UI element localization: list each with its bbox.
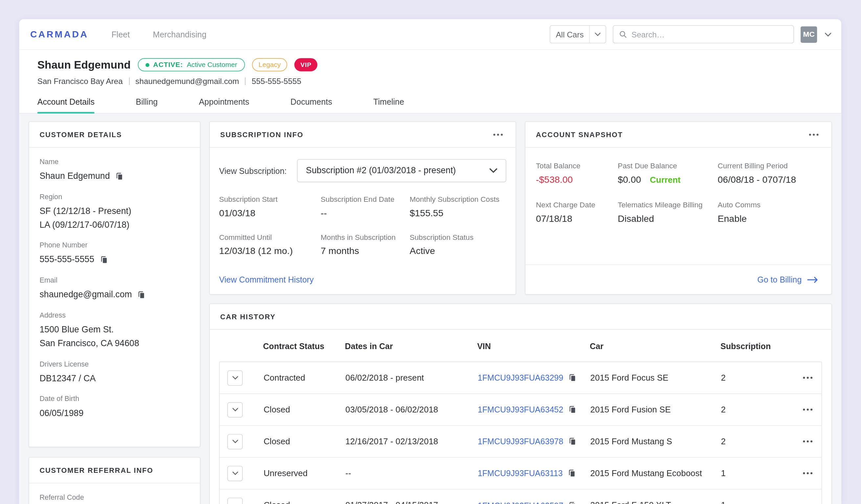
- divider: [129, 78, 129, 85]
- expand-row-chevron-icon[interactable]: [227, 498, 243, 504]
- card-title: CAR HISTORY: [220, 312, 276, 321]
- avatar[interactable]: MC: [801, 26, 817, 42]
- car-filter-dropdown[interactable]: All Cars: [550, 25, 606, 43]
- copy-icon[interactable]: [569, 406, 577, 414]
- card-header: CUSTOMER REFERRAL INFO: [29, 458, 200, 484]
- go-to-billing-link[interactable]: Go to Billing: [757, 275, 802, 284]
- customer-region: San Francisco Bay Area: [38, 77, 123, 86]
- page: CARMADA Fleet Merchandising All Cars: [0, 0, 861, 504]
- copy-icon[interactable]: [569, 501, 577, 504]
- table-row: Unreserved -- 1FMCU9J93FUA63113 2015 For…: [220, 458, 822, 490]
- customer-details-card: CUSTOMER DETAILS Name Shaun Edgemund Reg…: [29, 122, 200, 447]
- nav-item-merchandising[interactable]: Merchandising: [153, 29, 207, 39]
- content-area: CUSTOMER DETAILS Name Shaun Edgemund Reg…: [19, 113, 841, 504]
- card-title: SUBSCRIPTION INFO: [220, 130, 304, 139]
- tab-timeline[interactable]: Timeline: [373, 97, 404, 113]
- field-phone: Phone Number 555-555-5555: [39, 241, 190, 267]
- chevron-down-icon: [489, 168, 497, 173]
- brand-logo: CARMADA: [30, 29, 88, 40]
- vip-badge: VIP: [295, 58, 317, 71]
- divider: [245, 78, 246, 85]
- customer-meta: San Francisco Bay Area shaunedgemund@gma…: [38, 77, 841, 86]
- field-months-in-subscription: Months in Subscription 7 months: [321, 233, 410, 257]
- table-row: Closed 03/05/2018 - 06/02/2018 1FMCU9J93…: [220, 394, 822, 426]
- field-next-charge-date: Next Charge Date 07/18/18: [536, 201, 618, 224]
- field-region: Region SF (12/12/18 - Present) LA (09/12…: [39, 193, 190, 232]
- card-title: CUSTOMER REFERRAL INFO: [39, 466, 153, 475]
- arrow-right-icon: [807, 276, 818, 283]
- more-options-icon[interactable]: [491, 131, 505, 138]
- view-commitment-history-link[interactable]: View Commitment History: [219, 275, 314, 284]
- subscription-select-value: Subscription #2 (01/03/2018 - present): [306, 166, 456, 176]
- car-filter-value: All Cars: [550, 30, 589, 39]
- subscription-info-card: SUBSCRIPTION INFO View Subscription: Sub…: [209, 122, 516, 295]
- copy-icon[interactable]: [568, 469, 576, 477]
- car-history-body: Contract Status Dates in Car VIN Car Sub…: [210, 330, 832, 504]
- copy-icon[interactable]: [569, 437, 577, 446]
- vin-link[interactable]: 1FMCU9J93FUA63452: [478, 405, 563, 414]
- status-badge-label: Active Customer: [187, 61, 237, 69]
- table-row: Closed 01/27/2017 - 04/15/2017 1FMCU9J93…: [220, 490, 822, 504]
- expand-row-chevron-icon[interactable]: [227, 466, 243, 481]
- snapshot-body: Total Balance -$538.00 Past Due Balance …: [525, 148, 831, 239]
- vin-link[interactable]: 1FMCU9J93FUA63978: [478, 437, 563, 446]
- field-subscription-end: Subscription End Date --: [321, 195, 410, 219]
- card-header: CUSTOMER DETAILS: [29, 122, 200, 148]
- customer-email: shaunedgemund@gmail.com: [135, 77, 239, 86]
- customer-referral-card: CUSTOMER REFERRAL INFO Referral Code: [29, 457, 200, 504]
- tab-documents[interactable]: Documents: [291, 97, 332, 113]
- search-input[interactable]: [631, 30, 788, 39]
- copy-icon[interactable]: [115, 172, 123, 181]
- status-badge-prefix: ACTIVE:: [153, 61, 183, 69]
- snapshot-footer: Go to Billing: [525, 265, 831, 294]
- row-more-options-icon[interactable]: [801, 406, 815, 413]
- nav-item-fleet[interactable]: Fleet: [112, 29, 130, 39]
- table-row: Closed 12/16/2017 - 02/13/2018 1FMCU9J93…: [220, 426, 822, 458]
- customer-details-body: Name Shaun Edgemund Region SF (12/12/18 …: [29, 148, 200, 440]
- field-subscription-start: Subscription Start 01/03/18: [219, 195, 320, 219]
- car-history-card: CAR HISTORY Contract Status Dates in Car…: [209, 304, 832, 504]
- customer-name-row: Shaun Edgemund ACTIVE: Active Customer L…: [38, 58, 841, 71]
- customer-header: Shaun Edgemund ACTIVE: Active Customer L…: [19, 50, 841, 86]
- field-billing-period: Current Billing Period 06/08/18 - 0707/1…: [718, 162, 821, 185]
- copy-icon[interactable]: [138, 291, 146, 299]
- view-subscription-label: View Subscription:: [219, 166, 287, 175]
- vin-link[interactable]: 1FMCU9J93FUA63597: [478, 501, 563, 504]
- tab-billing[interactable]: Billing: [136, 97, 158, 113]
- subscription-select[interactable]: Subscription #2 (01/03/2018 - present): [297, 159, 506, 182]
- search-icon: [619, 30, 627, 38]
- customer-phone: 555-555-5555: [252, 77, 301, 86]
- row-more-options-icon[interactable]: [801, 470, 815, 477]
- view-subscription-row: View Subscription: Subscription #2 (01/0…: [219, 159, 506, 182]
- card-title: CUSTOMER DETAILS: [39, 130, 122, 139]
- copy-icon[interactable]: [569, 374, 577, 382]
- field-address: Address 1500 Blue Gem St. San Francisco,…: [39, 311, 190, 350]
- card-header: CAR HISTORY: [210, 304, 832, 330]
- more-options-icon[interactable]: [806, 131, 821, 138]
- search-box: [613, 25, 794, 43]
- subscription-fields: Subscription Start 01/03/18 Subscription…: [219, 195, 506, 256]
- top-bar-controls: All Cars MC: [550, 25, 832, 43]
- field-monthly-costs: Monthly Subscription Costs $155.55: [409, 195, 506, 219]
- current-status-tag: Current: [650, 175, 681, 185]
- customer-name: Shaun Edgemund: [38, 58, 131, 71]
- expand-row-chevron-icon[interactable]: [227, 370, 243, 386]
- vin-link[interactable]: 1FMCU9J93FUA63299: [478, 373, 563, 382]
- field-past-due-balance: Past Due Balance $0.00 Current: [618, 162, 718, 185]
- row-more-options-icon[interactable]: [801, 502, 815, 504]
- row-more-options-icon[interactable]: [801, 374, 815, 381]
- table-row: Contracted 06/02/2018 - present 1FMCU9J9…: [220, 362, 822, 394]
- expand-row-chevron-icon[interactable]: [227, 434, 243, 449]
- card-header: SUBSCRIPTION INFO: [210, 122, 516, 148]
- tab-bar: Account Details Billing Appointments Doc…: [19, 97, 841, 113]
- field-committed-until: Committed Until 12/03/18 (12 mo.): [219, 233, 320, 257]
- account-menu-chevron-icon[interactable]: [823, 31, 832, 38]
- vin-link[interactable]: 1FMCU9J93FUA63113: [478, 468, 563, 478]
- total-balance-value: -$538.00: [536, 174, 618, 185]
- tab-appointments[interactable]: Appointments: [199, 97, 249, 113]
- copy-icon[interactable]: [100, 256, 108, 264]
- legacy-badge: Legacy: [252, 58, 287, 71]
- expand-row-chevron-icon[interactable]: [227, 402, 243, 417]
- row-more-options-icon[interactable]: [801, 438, 815, 445]
- tab-account-details[interactable]: Account Details: [38, 97, 95, 113]
